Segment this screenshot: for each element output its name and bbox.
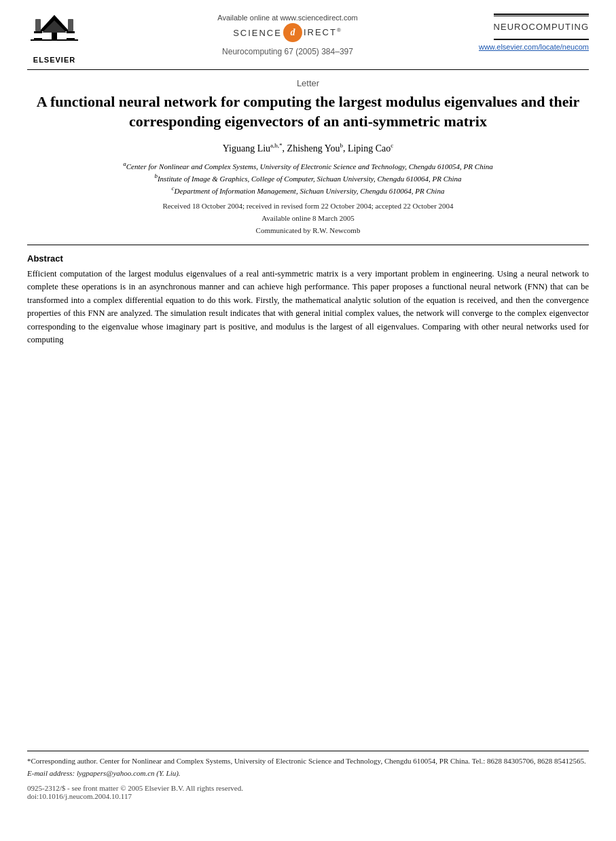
you-superscript: b	[340, 142, 343, 149]
header-separator	[27, 69, 589, 70]
elsevier-text: ELSEVIER	[33, 56, 75, 64]
email-address: lygpapers@yahoo.com.cn (Y. Liu).	[77, 769, 181, 777]
science-text: SCIENCE	[233, 28, 282, 38]
page: ELSEVIER Available online at www.science…	[0, 0, 616, 841]
svg-rect-4	[35, 19, 41, 31]
abstract-text: Efficient computation of the largest mod…	[27, 268, 589, 346]
cao-superscript: c	[391, 142, 393, 149]
footnote-email: E-mail address: lygpapers@yahoo.com.cn (…	[27, 769, 589, 777]
abstract-title: Abstract	[27, 253, 589, 264]
email-label: E-mail address:	[27, 769, 75, 777]
content-separator	[27, 245, 589, 245]
affiliation-a: aCenter for Nonlinear and Complex System…	[27, 160, 589, 172]
svg-rect-8	[34, 38, 42, 40]
elsevier-logo: ELSEVIER	[27, 12, 81, 64]
footer-separator	[27, 751, 589, 751]
available-online-text: Available online at www.sciencedirect.co…	[217, 14, 357, 22]
affiliation-c: cDepartment of Information Management, S…	[27, 184, 589, 196]
authors-line: Yiguang Liua,b,*, Zhisheng Youb, Liping …	[27, 142, 589, 154]
received-info: Received 18 October 2004; received in re…	[27, 200, 589, 236]
journal-title: NEUROCOMPUTING	[494, 22, 589, 32]
letter-label: Letter	[27, 78, 589, 88]
main-content: Letter A functional neural network for c…	[0, 78, 616, 346]
liu-superscript: a,b,*	[270, 142, 283, 149]
journal-info-text: Neurocomputing 67 (2005) 384–397	[222, 47, 353, 56]
copyright-text: 0925-2312/$ - see front matter © 2005 El…	[27, 784, 589, 800]
svg-rect-7	[67, 31, 75, 33]
affiliations: aCenter for Nonlinear and Complex System…	[27, 160, 589, 196]
affiliation-b: bInstitute of Image & Graphics, College …	[27, 172, 589, 184]
svg-rect-6	[34, 31, 42, 33]
journal-url: www.elsevier.com/locate/neucom	[479, 43, 589, 51]
direct-text: IRECT®	[304, 27, 342, 37]
sd-circle-icon: d	[283, 23, 302, 42]
received-line-1: Received 18 October 2004; received in re…	[27, 200, 589, 213]
top-rule-thin	[494, 16, 589, 16]
top-rule-thick	[494, 14, 589, 15]
author-you: Zhisheng Youb	[287, 143, 343, 154]
abstract-section: Abstract Efficient computation of the la…	[27, 253, 589, 346]
bottom-rule	[494, 39, 589, 40]
copyright-line-1: 0925-2312/$ - see front matter © 2005 El…	[27, 784, 589, 792]
header-center: Available online at www.sciencedirect.co…	[81, 12, 494, 56]
svg-rect-9	[67, 38, 75, 40]
author-cao: Liping Caoc	[348, 143, 393, 154]
sciencedirect-logo: SCIENCE d IRECT®	[233, 23, 342, 42]
received-line-3: Communicated by R.W. Newcomb	[27, 225, 589, 237]
header-right: NEUROCOMPUTING www.elsevier.com/locate/n…	[494, 12, 589, 51]
svg-rect-5	[68, 19, 73, 31]
header: ELSEVIER Available online at www.science…	[0, 0, 616, 64]
footer: *Corresponding author. Center for Nonlin…	[27, 751, 589, 801]
elsevier-tree-icon	[27, 12, 81, 54]
author-liu: Yiguang Liua,b,*	[223, 143, 283, 154]
footnote-corresponding: *Corresponding author. Center for Nonlin…	[27, 755, 589, 767]
copyright-line-2: doi:10.1016/j.neucom.2004.10.117	[27, 792, 589, 800]
paper-title: A functional neural network for computin…	[27, 92, 589, 131]
received-line-2: Available online 8 March 2005	[27, 213, 589, 225]
